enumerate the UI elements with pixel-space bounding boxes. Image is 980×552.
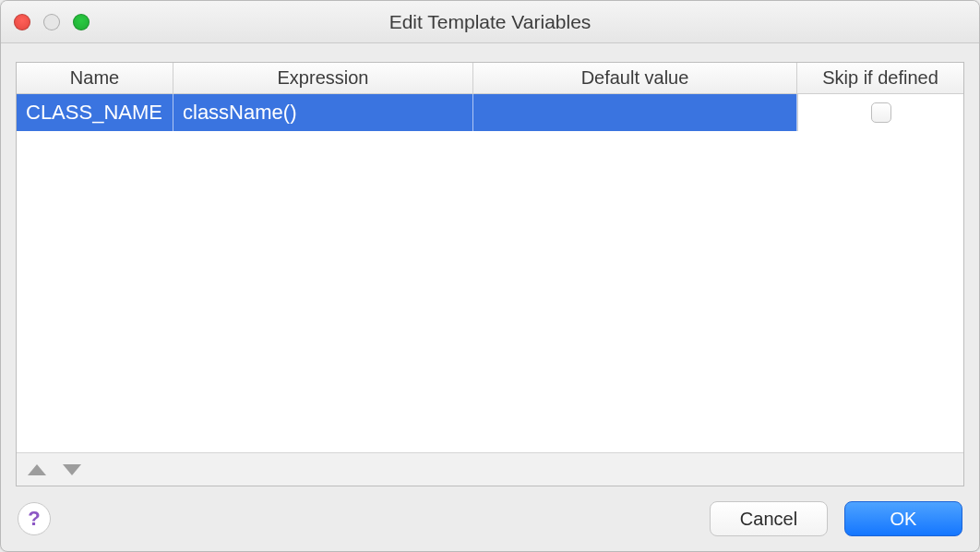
minimize-window-button <box>43 14 60 30</box>
table-row[interactable]: CLASS_NAME className() <box>17 94 963 131</box>
column-header-expression[interactable]: Expression <box>173 63 473 93</box>
titlebar: Edit Template Variables <box>1 1 979 43</box>
cancel-button[interactable]: Cancel <box>710 501 828 536</box>
column-header-skip[interactable]: Skip if defined <box>797 63 963 93</box>
table-header: Name Expression Default value Skip if de… <box>17 63 963 94</box>
cell-expression[interactable]: className() <box>173 94 473 131</box>
skip-checkbox[interactable] <box>871 102 891 123</box>
cell-skip <box>797 94 963 131</box>
table-footer <box>17 452 963 486</box>
button-bar: ? Cancel OK <box>1 486 979 551</box>
help-button[interactable]: ? <box>18 502 51 535</box>
window-controls <box>14 14 90 30</box>
dialog-window: Edit Template Variables Name Expression … <box>0 0 980 552</box>
zoom-window-button[interactable] <box>73 14 90 30</box>
dialog-title: Edit Template Variables <box>389 11 592 33</box>
column-header-name[interactable]: Name <box>17 63 173 93</box>
ok-button[interactable]: OK <box>844 501 962 536</box>
table-body: CLASS_NAME className() <box>17 94 963 452</box>
content-area: Name Expression Default value Skip if de… <box>1 43 979 486</box>
variables-table: Name Expression Default value Skip if de… <box>16 62 964 486</box>
cell-name[interactable]: CLASS_NAME <box>17 94 173 131</box>
column-header-default[interactable]: Default value <box>473 63 797 93</box>
close-window-button[interactable] <box>14 14 30 30</box>
cell-default[interactable] <box>473 94 797 131</box>
move-down-icon[interactable] <box>63 464 81 475</box>
move-up-icon[interactable] <box>28 464 46 475</box>
